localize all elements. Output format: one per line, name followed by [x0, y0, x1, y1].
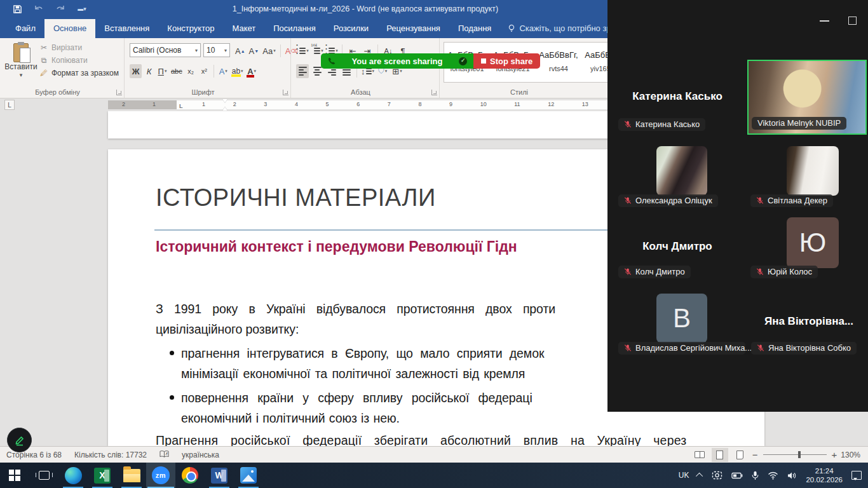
proofing-status[interactable]: ✗ — [153, 450, 175, 460]
word-count[interactable]: Кількість слів: 17732 — [68, 451, 153, 459]
paragraph-dialog-launcher[interactable] — [431, 90, 437, 95]
bullet-line: повернення країни у сферу впливу російсь… — [181, 391, 532, 405]
maximize-icon[interactable] — [848, 17, 857, 25]
underline-button[interactable]: П▾ — [156, 64, 168, 78]
superscript-button[interactable]: x² — [198, 64, 210, 78]
participant-tile[interactable]: Світлана Декер — [747, 142, 867, 211]
participant-letter-avatar: Ю — [787, 217, 839, 268]
taskbar-photos[interactable] — [234, 463, 263, 488]
taskbar-excel[interactable]: X — [88, 463, 117, 488]
avatar-letter: Ю — [799, 227, 826, 258]
language-indicator[interactable]: UK — [679, 471, 689, 480]
paste-button[interactable]: Вставити ▾ — [5, 42, 37, 88]
participant-display-name: Колч Дмитро — [610, 240, 745, 253]
divider — [214, 65, 214, 78]
edge-icon — [65, 467, 82, 484]
participant-display-name: Яна Вікторівна... — [751, 315, 867, 328]
battery-indicator[interactable] — [731, 472, 743, 479]
bullet-line: прагнення інтегруватися в Європу, що мал… — [181, 346, 544, 361]
start-button[interactable] — [0, 463, 29, 488]
text-effects-button[interactable]: А▾ — [217, 64, 229, 78]
font-size-value: 10 — [207, 46, 215, 55]
participant-tile[interactable]: Яна Вікторівна... Яна Вікторівна Собко — [751, 287, 867, 358]
subscript-button[interactable]: x₂ — [185, 64, 197, 78]
participant-tile[interactable]: Олександра Оліщук — [610, 142, 745, 211]
zoom-in-button[interactable]: + — [832, 452, 837, 458]
participant-name-text: Юрій Колос — [768, 267, 812, 276]
minimize-icon[interactable] — [820, 20, 829, 22]
annotation-pencil-button[interactable] — [7, 428, 32, 452]
participant-tile[interactable]: Колч Дмитро Колч Дмитро — [610, 215, 745, 282]
bullet-list-button[interactable]: ▾ — [296, 44, 309, 58]
copy-button[interactable]: ⧉Копіювати — [39, 56, 119, 65]
paste-icon — [13, 43, 29, 62]
format-painter-button[interactable]: 🖉Формат за зразком — [39, 69, 119, 78]
participant-video-tile[interactable]: Viktoria Melnyk NUBIP — [747, 60, 867, 135]
tab-home[interactable]: Основне — [44, 19, 95, 38]
tray-expand-icon[interactable] — [696, 473, 703, 480]
font-name-combo[interactable]: Calibri (Основ▾ — [130, 43, 201, 57]
shrink-font-button[interactable]: A▼ — [248, 44, 261, 58]
participant-label: Юрій Колос — [750, 266, 818, 278]
style-preview: АаБбВвГг, — [539, 50, 578, 60]
font-color-button[interactable]: А▾ — [246, 64, 258, 78]
highlight-button[interactable]: ab▾ — [231, 64, 245, 78]
numbered-list-icon — [311, 46, 320, 56]
cast-indicator[interactable] — [712, 471, 722, 480]
zoom-out-button[interactable]: − — [752, 452, 758, 458]
zoom-slider-handle[interactable] — [798, 451, 801, 458]
tab-review[interactable]: Рецензування — [377, 19, 449, 38]
strikethrough-button[interactable]: abc — [170, 64, 184, 78]
screen-share-bar: You are screen sharing Stop share — [321, 53, 540, 69]
divider — [280, 44, 281, 57]
status-bar: Сторінка 6 із 68 Кількість слів: 17732 ✗… — [0, 446, 868, 463]
cut-button[interactable]: ✂Вирізати — [39, 43, 119, 52]
tab-selector[interactable]: L — [4, 100, 15, 110]
participant-tile[interactable]: Ю Юрій Колос — [747, 215, 867, 282]
zoom-level[interactable]: 130% — [841, 451, 860, 459]
stop-share-button[interactable]: Stop share — [473, 53, 540, 69]
font-size-combo[interactable]: 10▾ — [203, 43, 230, 57]
shield-check-icon — [459, 57, 467, 65]
font-dialog-launcher[interactable] — [283, 90, 288, 95]
tab-mailings[interactable]: Розсилки — [325, 19, 377, 38]
tab-design[interactable]: Конструктор — [158, 19, 223, 38]
italic-button[interactable]: К — [143, 64, 155, 78]
taskbar-zoom[interactable]: zm — [146, 463, 175, 488]
sharing-message: You are screen sharing — [341, 57, 454, 66]
action-center-icon[interactable] — [851, 471, 862, 480]
file-explorer-icon — [123, 469, 140, 482]
participant-tile[interactable]: В Владислав Сергійович Миха... — [610, 287, 749, 358]
microphone-indicator[interactable] — [752, 471, 759, 480]
photos-icon — [240, 467, 257, 484]
font-size-buttons: A▲ A▼ Аа▾ A⌫ — [234, 43, 299, 58]
align-left-button[interactable] — [296, 64, 309, 78]
style-card[interactable]: АаБбВвГг, rvts44 — [536, 43, 581, 82]
taskbar-file-explorer[interactable] — [117, 463, 146, 488]
taskbar-edge[interactable] — [58, 463, 88, 488]
tab-references[interactable]: Посилання — [264, 19, 325, 38]
taskbar-word[interactable]: W — [205, 463, 234, 488]
print-layout-button[interactable] — [712, 448, 728, 462]
web-layout-button[interactable] — [732, 448, 749, 462]
tab-file[interactable]: Файл — [6, 19, 44, 38]
volume-indicator[interactable] — [787, 471, 797, 480]
clipboard-group-label: Буфер обміну — [0, 88, 115, 96]
change-case-button[interactable]: Аа▾ — [261, 44, 277, 58]
tab-layout[interactable]: Макет — [223, 19, 264, 38]
task-view-button[interactable] — [29, 463, 58, 488]
participant-tile[interactable]: Катерина Касько Катерина Касько — [610, 58, 745, 135]
taskbar-clock[interactable]: 21:24 20.02.2026 — [806, 466, 843, 484]
wifi-indicator[interactable] — [768, 471, 778, 480]
taskbar-chrome[interactable] — [175, 463, 205, 488]
muted-mic-icon — [624, 120, 632, 128]
language-indicator[interactable]: українська — [175, 451, 226, 459]
zoom-slider-track[interactable] — [763, 454, 827, 455]
read-mode-button[interactable] — [691, 448, 708, 462]
clipboard-dialog-launcher[interactable] — [116, 90, 122, 95]
tab-view[interactable]: Подання — [449, 19, 501, 38]
page-indicator[interactable]: Сторінка 6 із 68 — [0, 451, 68, 459]
bold-button[interactable]: Ж — [130, 64, 142, 78]
tab-insert[interactable]: Вставлення — [95, 19, 158, 38]
grow-font-button[interactable]: A▲ — [234, 44, 247, 58]
